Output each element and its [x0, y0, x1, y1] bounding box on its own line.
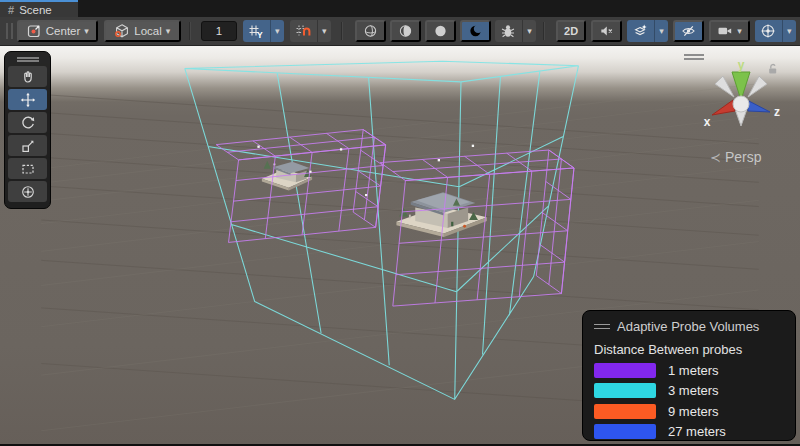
tool-transform[interactable]: [8, 181, 47, 202]
grid-axis-icon: Y: [248, 23, 264, 39]
window-grid-icon: #: [8, 4, 14, 16]
effects-layers-icon: [632, 23, 648, 39]
effects-dropdown[interactable]: ▾: [654, 20, 668, 42]
grid-snap-toggle[interactable]: Y: [243, 20, 270, 42]
gizmo-axis-back-1[interactable]: [715, 76, 734, 97]
scene-lighting-button[interactable]: [390, 20, 421, 42]
tool-rotate[interactable]: [8, 112, 47, 133]
legend-label-1m: 1 meters: [668, 363, 719, 378]
tool-move[interactable]: [8, 89, 47, 110]
rect-tool-icon: [20, 161, 36, 177]
cube-icon: [114, 23, 130, 39]
toolbar-drag-handle[interactable]: [6, 23, 13, 39]
gizmos-toggle[interactable]: [755, 20, 782, 42]
2d-mode-button[interactable]: 2D: [556, 20, 586, 42]
projection-toggle[interactable]: ≺ Persp: [710, 149, 761, 165]
gizmo-axis-x-cone[interactable]: [712, 100, 735, 115]
tab-bar: # Scene: [0, 0, 800, 17]
debug-toggle[interactable]: [495, 20, 522, 42]
hand-icon: [20, 69, 36, 85]
gizmo-axis-z-cone[interactable]: [747, 100, 770, 112]
gizmos-dropdown[interactable]: ▾: [782, 20, 796, 42]
audio-sphere-button[interactable]: [425, 20, 456, 42]
legend-subtitle: Distance Between probes: [594, 342, 783, 357]
gizmo-label-x[interactable]: x: [704, 115, 711, 129]
tab-scene[interactable]: # Scene: [0, 0, 78, 17]
tool-palette: [4, 51, 51, 209]
gizmo-lock-icon[interactable]: [767, 63, 779, 75]
legend-label-9m: 9 meters: [668, 404, 719, 419]
pivot-mode-dropdown[interactable]: Center ▾: [17, 20, 98, 42]
rotate-icon: [20, 115, 36, 131]
legend-swatch-1m: [594, 363, 656, 378]
gizmo-label-y[interactable]: y: [738, 60, 745, 72]
tab-title: Scene: [19, 4, 52, 16]
grid-size-input[interactable]: [201, 21, 237, 41]
tool-hand[interactable]: [8, 66, 47, 87]
scale-icon: [20, 138, 36, 154]
bug-icon: [500, 23, 516, 39]
half-lit-sphere-icon: [398, 23, 413, 39]
tool-rect[interactable]: [8, 158, 47, 179]
legend-drag-handle[interactable]: [594, 324, 610, 329]
scene-visibility-button[interactable]: [673, 20, 704, 42]
wire-sphere-icon: [363, 23, 378, 39]
grid-snap-dropdown[interactable]: ▾: [270, 20, 284, 42]
apv-legend-panel: Adaptive Probe Volumes Distance Between …: [582, 310, 796, 441]
tool-scale[interactable]: [8, 135, 47, 156]
projection-label: Persp: [725, 149, 762, 165]
shading-mode-button[interactable]: [355, 20, 386, 42]
crescent-moon-icon: [468, 23, 483, 39]
eye-slash-icon: [681, 23, 696, 39]
legend-row: 27 meters: [594, 424, 783, 439]
handle-orientation-dropdown[interactable]: Local ▾: [104, 20, 181, 42]
pivot-label: Center: [46, 25, 81, 37]
tool-palette-drag-handle[interactable]: [17, 57, 39, 62]
gizmos-crosshair-icon: [760, 23, 776, 39]
increment-snap-toggle[interactable]: [290, 20, 317, 42]
legend-row: 3 meters: [594, 383, 783, 398]
scene-viewport[interactable]: y x z ≺ Persp Adaptive Probe Volumes Dis…: [0, 46, 800, 446]
legend-swatch-3m: [594, 383, 656, 398]
house-model-right: [396, 192, 487, 237]
legend-title: Adaptive Probe Volumes: [617, 319, 759, 334]
move-icon: [20, 92, 36, 108]
legend-label-3m: 3 meters: [668, 383, 719, 398]
gizmos-split-button: ▾: [755, 20, 796, 42]
skybox-toggle-button[interactable]: [460, 20, 491, 42]
debug-split-button: ▾: [495, 20, 536, 42]
increment-snap-split-button: ▾: [290, 20, 331, 42]
filled-sphere-icon: [433, 23, 448, 39]
debug-dropdown[interactable]: ▾: [522, 20, 536, 42]
increment-snap-dropdown[interactable]: ▾: [317, 20, 331, 42]
camera-icon: [717, 23, 733, 39]
pivot-icon: [26, 23, 42, 39]
legend-swatch-27m: [594, 424, 656, 439]
effects-split-button: ▾: [627, 20, 668, 42]
legend-swatch-9m: [594, 404, 656, 419]
legend-row: 9 meters: [594, 404, 783, 419]
snap-magnet-icon: [295, 23, 311, 39]
gizmo-label-z[interactable]: z: [774, 105, 780, 119]
svg-text:Y: Y: [257, 30, 263, 40]
gizmo-center[interactable]: [733, 96, 749, 112]
camera-settings-button[interactable]: ▾: [709, 20, 750, 42]
scene-toolbar: Center ▾ Local ▾ Y ▾ ▾: [0, 17, 800, 46]
projection-arrow-icon: ≺: [710, 150, 721, 165]
transform-icon: [20, 184, 36, 200]
legend-row: 1 meters: [594, 363, 783, 378]
speaker-muted-icon: [599, 23, 614, 39]
grid-snap-split-button: Y ▾: [243, 20, 284, 42]
gizmo-axis-back-2[interactable]: [748, 76, 767, 97]
effects-toggle[interactable]: [627, 20, 654, 42]
orientation-label: Local: [134, 25, 162, 37]
legend-label-27m: 27 meters: [668, 424, 726, 439]
audio-mute-button[interactable]: [591, 20, 622, 42]
